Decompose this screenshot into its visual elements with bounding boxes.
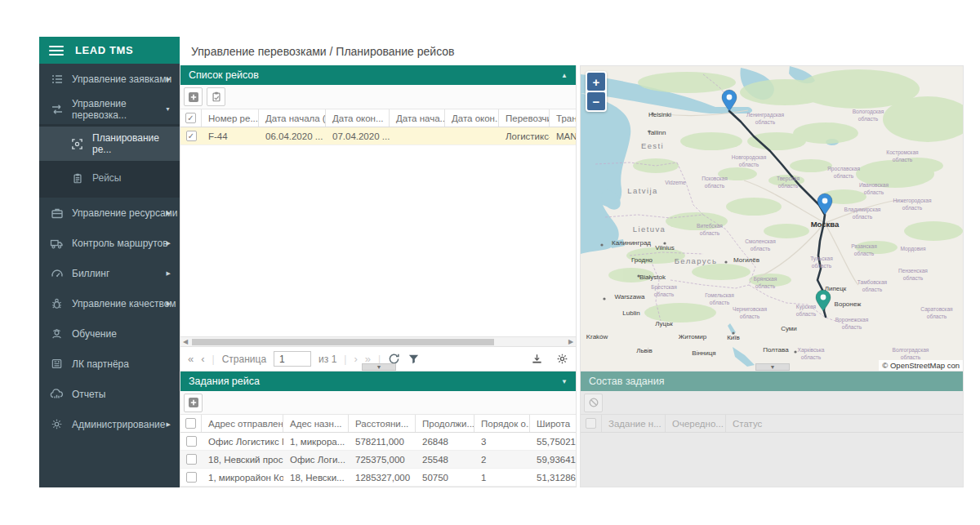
sidebar-item-billing[interactable]: Биллинг ▶ [39,258,180,288]
map-canvas[interactable]: HelsinkiTallinnEestiLatvijaLietuvaКалини… [581,66,964,372]
sidebar-item-label: Обучение [72,328,117,340]
cell: 3 [474,437,530,447]
sidebar-item-reports[interactable]: Отчеты [39,379,180,409]
scrollbar-thumb[interactable] [192,339,494,346]
map-label: Луцьк [655,320,673,327]
map-label: Białystok [639,274,666,281]
table-row[interactable]: 1, микрорайон Ко... 18, Невски... 128532… [180,469,576,487]
composition-empty-area [581,433,963,487]
column-header[interactable]: Продолжи... [416,415,474,432]
column-header[interactable]: Широта [530,415,582,432]
add-task-button[interactable] [184,394,203,412]
bug-icon [50,297,64,310]
column-header[interactable]: Адес назн... [283,415,349,432]
table-row[interactable]: Офис Логистикс П... 1, микрора... 578211… [180,433,576,451]
cell: 51,31286 [530,473,582,483]
map-label: область [710,300,730,305]
transfer-arrows-icon [50,103,64,116]
horizontal-scrollbar[interactable]: ◀ ▶ [180,336,576,347]
column-header[interactable]: Номер ре... [202,109,259,127]
column-header[interactable]: Дата нача... [390,109,445,127]
breadcrumb: Управление перевозками / Планирование ре… [180,37,964,65]
app-window: LEAD TMS Управление заявками ▶ Управлени… [39,37,964,487]
sidebar-item-trips[interactable]: Рейсы [39,161,180,195]
route-map[interactable]: HelsinkiTallinnEestiLatvijaLietuvaКалини… [580,65,964,372]
cell: Офис Логи... [283,455,349,465]
map-label: Eesti [641,141,664,150]
sidebar-item-administration[interactable]: Администрирование ▶ [39,409,180,439]
map-label: Воронежская [835,317,869,323]
map-label: Курская [796,304,817,310]
prev-page-button[interactable]: ‹ [201,353,204,365]
column-header[interactable]: Дата окон... [326,109,390,127]
map-attribution[interactable]: © OpenStreetMap con [879,360,963,371]
column-header[interactable]: Транспор [550,109,576,127]
download-icon[interactable] [531,353,543,365]
panel-collapse-handle[interactable]: ▼ [755,363,790,371]
sidebar-item-route-control[interactable]: Контроль маршрутов ▶ [39,228,180,258]
column-header[interactable]: Дата окон... [445,109,499,127]
truck-icon [50,237,64,250]
panel-collapse-handle[interactable]: ▼ [362,363,396,371]
sidebar-item-training[interactable]: Обучение [39,318,180,349]
table-row[interactable]: ✓ F-44 06.04.2020 ... 07.04.2020 ... Лог… [180,127,576,145]
tasks-table-header: Адрес отправления Адес назн... Расстояни… [180,415,576,433]
filter-icon[interactable] [408,353,420,365]
cell: 07.04.2020 ... [326,131,390,141]
first-page-button[interactable]: « [188,353,194,365]
collapse-down-icon[interactable]: ▼ [561,378,568,385]
add-trip-button[interactable] [184,87,203,106]
hamburger-menu-icon[interactable] [49,46,64,56]
map-label: Мордовия [900,246,925,252]
map-label: Рязанская [851,243,877,249]
sidebar-item-quality[interactable]: Управление качеством ▶ [39,288,180,318]
zoom-out-button[interactable]: − [587,92,605,110]
composition-panel-header: Состав задания [581,372,963,391]
map-label: Lietuva [633,225,666,234]
map-label: Житомир [679,333,707,340]
column-header[interactable]: Расстояни... [349,415,416,432]
table-row[interactable]: 18, Невский прос... Офис Логи... 725375,… [180,451,576,469]
settings-gear-icon[interactable] [556,353,568,365]
scroll-right-icon[interactable]: ▶ [566,337,576,346]
map-label: Пензенская [898,268,928,274]
cell: 55,75021 [530,437,582,447]
next-page-button[interactable]: › [354,353,357,365]
scroll-left-icon[interactable]: ◀ [180,337,190,346]
select-all-checkbox[interactable] [180,415,202,432]
map-label: Могилёв [733,256,760,264]
select-all-checkbox[interactable]: ✓ [180,109,202,127]
trips-table-header: ✓ Номер ре... Дата начала (п Дата окон..… [180,109,576,127]
map-label: область [796,311,817,317]
row-checkbox[interactable] [180,454,202,465]
row-checkbox[interactable] [180,436,202,447]
map-label: область [864,189,884,195]
cell: 578211,000 [349,437,416,447]
sidebar-item-resources[interactable]: Управление ресурсами ▶ [39,198,180,228]
map-label: Смоленская [745,238,776,244]
tasks-list-icon [50,73,64,86]
map-label: область [927,314,947,319]
cell: 18, Невский прос... [202,455,283,465]
column-header[interactable]: Порядок о... [474,415,530,432]
collapse-up-icon[interactable]: ▲ [561,72,568,79]
sidebar-item-trip-planning[interactable]: Планирование ре... [39,127,180,161]
map-label: Vidzeme [665,180,686,185]
row-checkbox[interactable] [180,472,202,483]
column-header[interactable]: Перевозчик [499,109,550,127]
page-input[interactable] [274,351,311,367]
zoom-in-button[interactable]: + [587,73,605,91]
map-label: Москва [811,220,840,229]
row-checkbox[interactable]: ✓ [180,131,202,141]
cell: 50750 [416,473,474,483]
map-label: Гомельская [705,292,734,298]
cell: 2 [474,455,530,465]
sidebar-item-transport-mgmt[interactable]: Управление перевозка... ▼ [39,94,180,124]
column-header[interactable]: Дата начала (п [259,109,326,127]
sidebar-item-partner-account[interactable]: ЛК партнёра [39,349,180,379]
sidebar-item-requests[interactable]: Управление заявками ▶ [39,64,180,94]
assign-trip-button[interactable] [207,87,225,106]
map-label: Тульская [810,256,833,262]
map-label: Vilnius [655,244,674,251]
column-header[interactable]: Адрес отправления [202,415,283,432]
